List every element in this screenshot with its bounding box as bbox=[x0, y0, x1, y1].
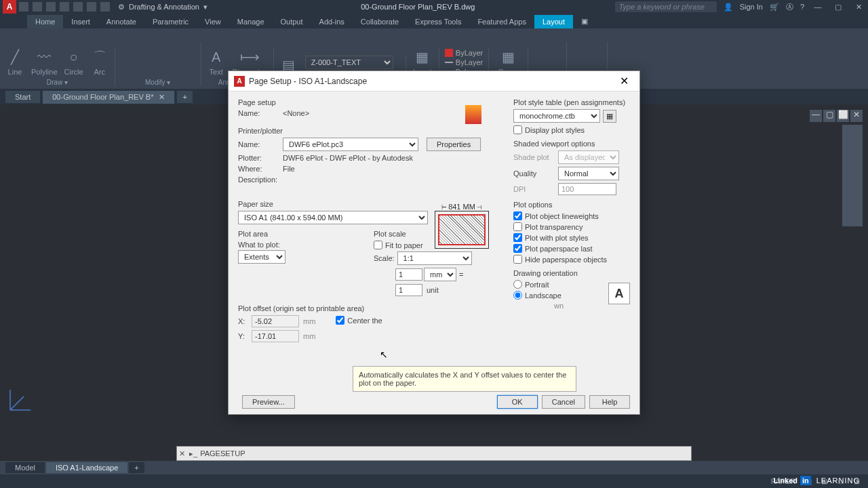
layout-tab-model[interactable]: Model bbox=[5, 462, 45, 473]
preview-button[interactable]: Preview... bbox=[242, 395, 295, 409]
plot-transparency-checkbox[interactable]: Plot transparency bbox=[513, 222, 630, 231]
search-input[interactable]: Type a keyword or phrase bbox=[615, 1, 717, 12]
layout-tab-add[interactable]: + bbox=[129, 462, 144, 473]
label-plotter: Plotter: bbox=[238, 154, 283, 162]
offset-x-input[interactable] bbox=[252, 315, 299, 327]
qat-redo-icon[interactable] bbox=[100, 2, 110, 12]
scale-value-1[interactable] bbox=[395, 268, 422, 281]
linetype-icon[interactable] bbox=[445, 62, 453, 63]
linkedin-text: LEARNING bbox=[816, 476, 860, 485]
page-setup-dialog: A Page Setup - ISO A1-Landscape ✕ Page s… bbox=[228, 70, 640, 415]
vp-minimize-icon[interactable]: — bbox=[810, 110, 822, 122]
display-plot-styles-checkbox[interactable]: Display plot styles bbox=[513, 125, 630, 134]
qat-open-icon[interactable] bbox=[33, 2, 42, 12]
dialog-close-button[interactable]: ✕ bbox=[614, 75, 634, 87]
landscape-radio[interactable]: Landscape bbox=[513, 291, 608, 300]
hide-paperspace-checkbox[interactable]: Hide paperspace objects bbox=[513, 255, 630, 264]
tab-annotate[interactable]: Annotate bbox=[98, 15, 144, 28]
layer-combo[interactable]: Z-000-T_TEXT bbox=[305, 56, 393, 69]
group-heading: Shaded viewport options bbox=[513, 140, 630, 148]
vp-restore-icon[interactable]: ▢ bbox=[823, 110, 835, 122]
signin-link[interactable]: Sign In bbox=[740, 3, 763, 11]
group-plot-style: Plot style table (pen assignments) monoc… bbox=[513, 98, 630, 134]
file-tab-close-icon[interactable]: ✕ bbox=[159, 93, 165, 102]
vp-maximize-icon[interactable]: ⬜ bbox=[837, 110, 849, 122]
paper-size-combo[interactable]: ISO A1 (841.00 x 594.00 MM) bbox=[238, 211, 428, 224]
ribbon-label: Line bbox=[8, 68, 22, 76]
command-line[interactable]: ✕ ▸_ PAGESETUP bbox=[176, 446, 692, 461]
draw-circle-button[interactable]: ○Circle bbox=[64, 47, 83, 76]
cancel-button[interactable]: Cancel bbox=[542, 395, 585, 409]
cart-icon[interactable]: 🛒 bbox=[770, 3, 779, 12]
plot-styles-checkbox[interactable]: Plot with plot styles bbox=[513, 233, 630, 242]
checkbox-label: Plot object lineweights bbox=[525, 212, 599, 220]
vp-close-icon[interactable]: ✕ bbox=[850, 110, 863, 122]
file-tab-add[interactable]: + bbox=[177, 91, 192, 103]
plot-style-combo[interactable]: monochrome.ctb bbox=[513, 109, 600, 123]
layout-tab-iso-a1[interactable]: ISO A1-Landscape bbox=[46, 462, 127, 473]
navigation-bar[interactable] bbox=[842, 125, 863, 226]
quality-combo[interactable]: Normal bbox=[558, 167, 619, 180]
group-orientation: Drawing orientation A Portrait Landscape… bbox=[513, 269, 630, 310]
group-heading: Plot options bbox=[513, 201, 630, 209]
checkbox-label: Center the bbox=[347, 317, 382, 325]
linkedin-watermark: Linkedin LEARNING bbox=[774, 476, 860, 485]
ok-button[interactable]: OK bbox=[497, 395, 538, 409]
window-minimize[interactable]: — bbox=[811, 3, 825, 11]
ribbon-group-label[interactable]: Modify ▾ bbox=[145, 79, 170, 86]
tab-express[interactable]: Express Tools bbox=[407, 15, 469, 28]
app-icon[interactable]: Ⓐ bbox=[786, 2, 793, 12]
tab-view[interactable]: View bbox=[197, 15, 229, 28]
tab-extra-icon[interactable]: ▣ bbox=[573, 14, 596, 28]
file-tab-groundfloor[interactable]: 00-Ground Floor Plan_REV B*✕ bbox=[43, 91, 174, 104]
workspace-switcher[interactable]: ⚙ Drafting & Annotation ▾ bbox=[118, 3, 208, 12]
help-button[interactable]: Help bbox=[589, 395, 630, 409]
tab-collaborate[interactable]: Collaborate bbox=[353, 15, 407, 28]
offset-y-input[interactable] bbox=[252, 330, 299, 342]
qat-plot-icon[interactable] bbox=[73, 2, 83, 12]
plot-lineweights-checkbox[interactable]: Plot object lineweights bbox=[513, 211, 630, 220]
tab-parametric[interactable]: Parametric bbox=[144, 15, 197, 28]
draw-polyline-button[interactable]: 〰Polyline bbox=[31, 47, 58, 76]
draw-line-button[interactable]: ╱Line bbox=[5, 47, 24, 76]
cmdline-close-icon[interactable]: ✕ bbox=[177, 449, 186, 458]
portrait-radio[interactable]: Portrait bbox=[513, 280, 608, 289]
user-icon[interactable]: 👤 bbox=[724, 3, 733, 12]
plot-style-edit-button[interactable]: ▦ bbox=[603, 110, 616, 123]
ucs-icon bbox=[7, 386, 34, 413]
tab-addins[interactable]: Add-ins bbox=[311, 15, 353, 28]
help-icon[interactable]: ? bbox=[800, 3, 804, 11]
layout-tabs: Model ISO A1-Landscape + bbox=[0, 461, 868, 474]
text-button[interactable]: AText bbox=[207, 47, 226, 76]
tab-layout[interactable]: Layout bbox=[534, 15, 573, 28]
group-heading: Drawing orientation bbox=[513, 269, 630, 277]
center-plot-checkbox[interactable]: Center the bbox=[336, 316, 382, 325]
properties-button[interactable]: Properties bbox=[427, 138, 481, 151]
scale-unit-combo[interactable]: mm bbox=[424, 268, 456, 281]
scale-value-2[interactable] bbox=[395, 284, 422, 296]
plot-area-combo[interactable]: Extents bbox=[238, 250, 285, 264]
qat-new-icon[interactable] bbox=[19, 2, 28, 12]
tab-featured[interactable]: Featured Apps bbox=[469, 15, 534, 28]
radio-label: Portrait bbox=[525, 281, 549, 289]
file-tab-start[interactable]: Start bbox=[5, 91, 40, 103]
window-maximize[interactable]: ▢ bbox=[831, 3, 845, 12]
tab-manage[interactable]: Manage bbox=[229, 15, 273, 28]
tab-output[interactable]: Output bbox=[273, 15, 311, 28]
plot-paperspace-checkbox[interactable]: Plot paperspace last bbox=[513, 244, 630, 253]
qat-saveas-icon[interactable] bbox=[60, 2, 69, 12]
viewport-controls: — ▢ ⬜ ✕ bbox=[810, 110, 863, 122]
window-close[interactable]: ✕ bbox=[852, 3, 865, 12]
label-printer-name: Name: bbox=[238, 140, 283, 148]
draw-arc-button[interactable]: ⌒Arc bbox=[90, 47, 109, 76]
value-where: File bbox=[283, 165, 295, 173]
tab-insert[interactable]: Insert bbox=[63, 15, 98, 28]
tab-home[interactable]: Home bbox=[27, 15, 63, 28]
group-icon: ▦ bbox=[499, 47, 518, 66]
printer-name-combo[interactable]: DWF6 ePlot.pc3 bbox=[283, 138, 418, 151]
label-scale: Scale: bbox=[374, 254, 395, 262]
qat-undo-icon[interactable] bbox=[87, 2, 96, 12]
ribbon-group-label[interactable]: Draw ▾ bbox=[47, 79, 68, 86]
qat-save-icon[interactable] bbox=[46, 2, 56, 12]
color-swatch-icon[interactable] bbox=[445, 49, 453, 57]
